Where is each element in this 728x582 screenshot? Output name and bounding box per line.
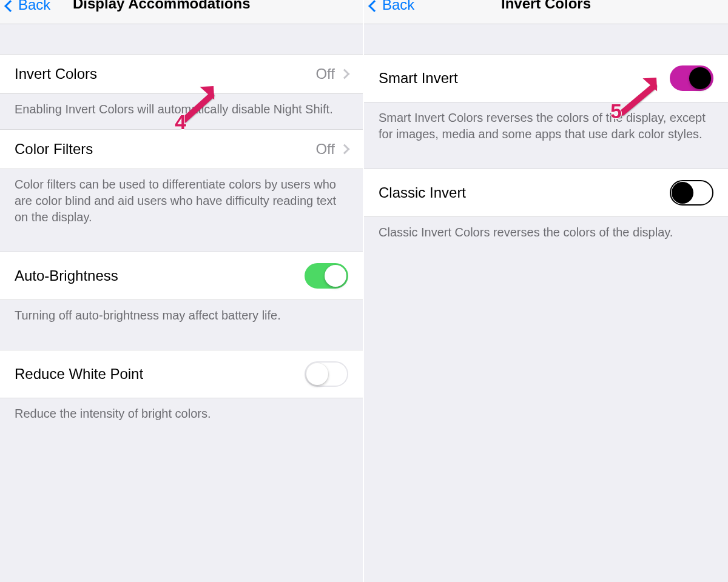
invert-colors-pane: Back Invert Colors Smart Invert Smart In… [364,0,728,582]
nav-header: Back Invert Colors [364,0,728,24]
auto-brightness-row: Auto-Brightness [0,252,363,300]
smart-invert-footer: Smart Invert Colors reverses the colors … [364,102,728,155]
back-label: Back [382,0,414,13]
row-label: Invert Colors [15,65,97,82]
nav-header: Back Display Accommodations [0,0,363,24]
auto-brightness-toggle[interactable] [305,263,348,289]
smart-invert-row: Smart Invert [364,54,728,102]
invert-colors-row[interactable]: Invert Colors Off [0,54,363,94]
page-title: Display Accommodations [73,0,251,12]
row-value: Off [315,141,335,158]
classic-invert-row: Classic Invert [364,169,728,217]
reduce-white-point-toggle[interactable] [305,361,348,387]
invert-colors-footer: Enabling Invert Colors will automaticall… [0,94,363,130]
chevron-left-icon [4,0,16,12]
row-label: Auto-Brightness [15,267,118,284]
chevron-right-icon [340,69,350,79]
chevron-right-icon [340,144,350,155]
auto-brightness-footer: Turning off auto-brightness may affect b… [0,300,363,336]
chevron-left-icon [368,0,380,12]
row-value: Off [315,65,335,82]
color-filters-row[interactable]: Color Filters Off [0,129,363,169]
row-label: Smart Invert [379,70,458,87]
back-button[interactable]: Back [6,0,50,13]
row-label: Reduce White Point [15,366,143,383]
row-label: Color Filters [15,141,93,158]
classic-invert-footer: Classic Invert Colors reverses the color… [364,217,728,253]
back-button[interactable]: Back [370,0,414,13]
smart-invert-toggle[interactable] [670,65,713,91]
page-title: Invert Colors [364,0,728,12]
back-label: Back [18,0,50,13]
section-spacer [364,24,728,55]
section-spacer [0,24,363,55]
color-filters-footer: Color filters can be used to differentia… [0,169,363,238]
classic-invert-toggle[interactable] [670,180,713,206]
display-accommodations-pane: Back Display Accommodations Invert Color… [0,0,364,582]
row-label: Classic Invert [379,184,466,201]
reduce-white-point-row: Reduce White Point [0,350,363,398]
reduce-white-point-footer: Reduce the intensity of bright colors. [0,398,363,434]
